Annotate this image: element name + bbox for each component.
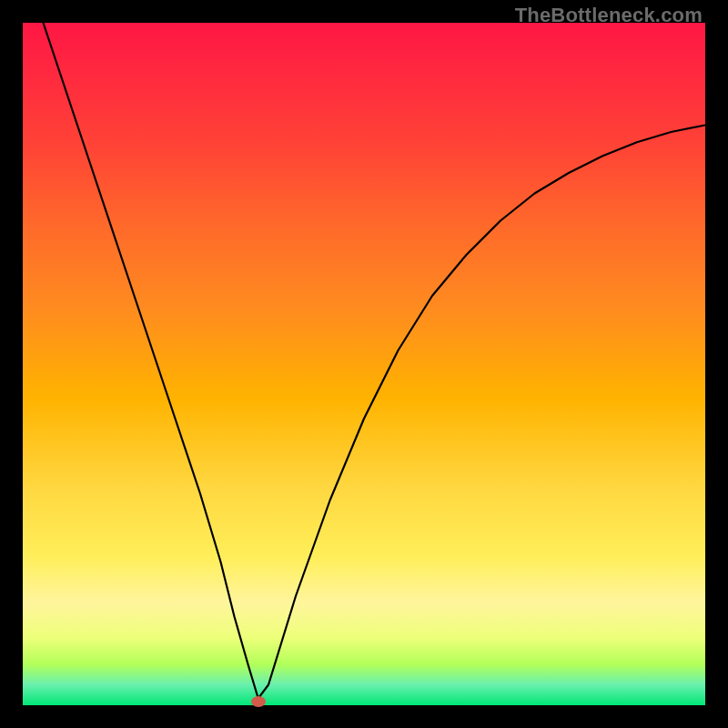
chart-frame: TheBottleneck.com xyxy=(0,0,728,728)
curve-svg xyxy=(23,23,705,705)
curve-path xyxy=(44,23,706,699)
plot-area xyxy=(23,23,705,705)
minimum-marker xyxy=(251,696,266,707)
